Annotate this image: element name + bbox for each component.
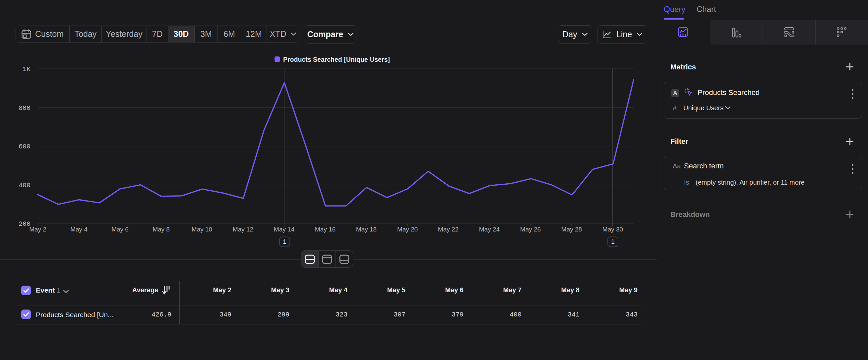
svg-text:May 8: May 8 bbox=[153, 226, 170, 233]
svg-text:May 20: May 20 bbox=[397, 226, 418, 233]
svg-text:May 14: May 14 bbox=[274, 226, 295, 233]
svg-text:May 16: May 16 bbox=[315, 226, 336, 233]
svg-text:May 26: May 26 bbox=[520, 226, 541, 233]
svg-text:May 4: May 4 bbox=[70, 226, 88, 233]
svg-text:May 30: May 30 bbox=[602, 226, 623, 233]
svg-text:400: 400 bbox=[19, 182, 31, 189]
svg-text:200: 200 bbox=[19, 220, 31, 228]
svg-text:1K: 1K bbox=[23, 65, 31, 73]
svg-text:800: 800 bbox=[19, 104, 31, 112]
svg-text:600: 600 bbox=[19, 143, 31, 150]
svg-text:May 24: May 24 bbox=[479, 226, 500, 233]
svg-text:May 28: May 28 bbox=[561, 226, 582, 233]
svg-text:1: 1 bbox=[611, 238, 615, 245]
svg-text:May 10: May 10 bbox=[192, 226, 212, 233]
svg-text:1: 1 bbox=[283, 238, 286, 245]
svg-text:May 6: May 6 bbox=[112, 226, 129, 233]
svg-text:May 18: May 18 bbox=[356, 226, 377, 233]
svg-text:May 12: May 12 bbox=[233, 226, 253, 233]
svg-text:May 22: May 22 bbox=[438, 226, 459, 233]
svg-text:Products Searched [Unique User: Products Searched [Unique Users] bbox=[283, 56, 390, 63]
svg-text:May 2: May 2 bbox=[29, 226, 46, 233]
